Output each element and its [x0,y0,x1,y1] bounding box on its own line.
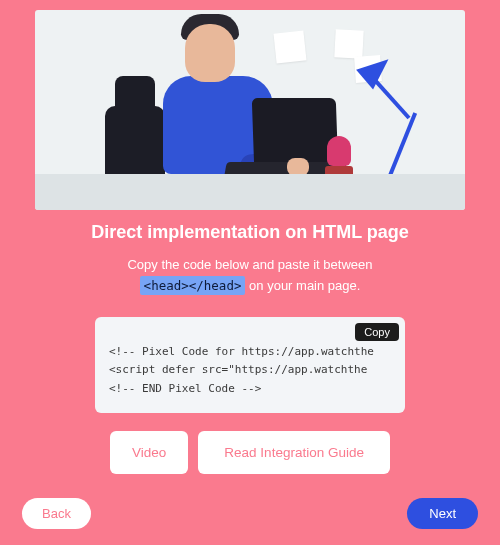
copy-button[interactable]: Copy [355,323,399,341]
integration-guide-button[interactable]: Read Integration Guide [198,431,390,474]
video-button[interactable]: Video [110,431,188,474]
cactus-icon [327,136,351,166]
desk-icon [35,174,465,210]
chair-icon [105,106,165,176]
inline-code-snippet: <head></head> [140,276,246,295]
code-block[interactable]: <!-- Pixel Code for https://app.watchthe… [109,343,391,399]
code-line: <!-- END Pixel Code --> [109,382,261,395]
subtitle-text-post: on your main page. [249,278,360,293]
back-button[interactable]: Back [22,498,91,529]
code-card: Copy <!-- Pixel Code for https://app.wat… [95,317,405,413]
code-line: <!-- Pixel Code for https://app.watchthe [109,345,374,358]
subtitle-text-pre: Copy the code below and paste it between [127,257,372,272]
person-head [185,24,235,82]
sticky-note-icon [334,29,363,58]
page-subtitle: Copy the code below and paste it between… [40,255,460,297]
sticky-note-icon [274,31,307,64]
lamp-icon [387,112,417,178]
code-line: <script defer src="https://app.watchthe [109,363,367,376]
next-button[interactable]: Next [407,498,478,529]
hero-illustration [35,10,465,210]
page-title: Direct implementation on HTML page [40,222,460,243]
